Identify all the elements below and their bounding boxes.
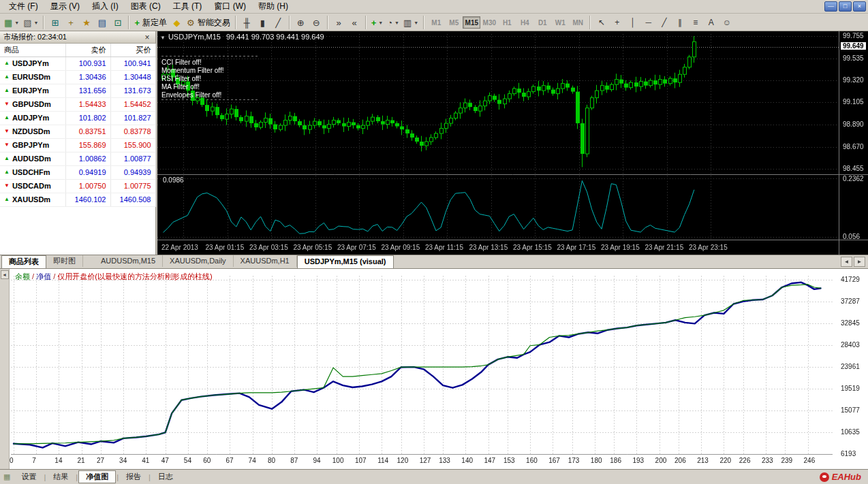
market-watch-row[interactable]: ▲AUDJPYm101.802101.827 — [0, 111, 155, 125]
metaeditor-icon: ◆ — [174, 18, 181, 27]
vertical-line-icon: │ — [630, 18, 636, 27]
tester-tab-1[interactable]: 设置 — [14, 470, 43, 483]
market-watch-row[interactable]: ▼GBPJPYm155.869155.900 — [0, 138, 155, 152]
equidistant-channel-button[interactable]: ∥ — [672, 16, 687, 30]
market-watch-row[interactable]: ▲EURJPYm131.656131.673 — [0, 84, 155, 97]
profiles-button[interactable]: ▧▼ — [21, 16, 40, 30]
new-chart-button[interactable]: ▦▼ — [2, 16, 21, 30]
timeframe-m1-button[interactable]: M1 — [427, 16, 445, 29]
chart-tab[interactable]: XAUUSDm,H1 — [234, 255, 297, 267]
menu-item[interactable]: 显示 (V) — [44, 0, 86, 14]
equity-x-axis-label: 74 — [249, 457, 256, 464]
chart-shift-button[interactable]: « — [347, 16, 362, 30]
market-watch-row[interactable]: ▲EURUSDm1.304361.30448 — [0, 70, 155, 84]
data-window-button[interactable]: + — [63, 16, 78, 30]
timeframe-m5-button[interactable]: M5 — [445, 16, 463, 29]
cursor-button[interactable]: ↖ — [593, 16, 609, 30]
terminal-icon: ▤ — [98, 18, 106, 27]
timeframe-h1-button[interactable]: H1 — [498, 16, 516, 29]
close-icon[interactable]: × — [142, 33, 152, 42]
timeframe-mn-button[interactable]: MN — [569, 16, 587, 29]
candle-chart-button[interactable]: ▮ — [255, 16, 270, 30]
market-watch-row[interactable]: ▼USDCADm1.007501.00775 — [0, 179, 155, 193]
bid-cell: 0.94919 — [65, 165, 110, 179]
symbol-cell: ▲AUDUSDm — [0, 152, 65, 165]
zoom-out-button[interactable]: ⊖ — [309, 16, 324, 30]
trendline-button[interactable]: ╱ — [656, 16, 672, 30]
bar-chart-button[interactable]: ╫ — [239, 16, 255, 30]
tester-tab-3[interactable]: 净值图 — [78, 470, 116, 483]
new-order-button[interactable]: +新定单 — [132, 16, 169, 30]
chart-tab[interactable]: XAUUSDm,Daily — [163, 255, 234, 267]
market-watch-row[interactable]: ▲XAUUSDm1460.1021460.508 — [0, 193, 155, 206]
menu-item[interactable]: 帮助 (H) — [252, 0, 294, 14]
auto-scroll-button[interactable]: » — [331, 16, 347, 30]
zoom-in-icon: ⊕ — [297, 18, 305, 27]
price-axis-label: 99.755 — [843, 32, 864, 39]
timeframe-d1-button[interactable]: D1 — [533, 16, 551, 29]
time-axis-label: 23 Apr 07:15 — [337, 244, 376, 251]
window-control-button[interactable]: × — [853, 1, 866, 12]
market-watch-row[interactable]: ▲USDCHFm0.949190.94939 — [0, 165, 155, 179]
navigator-button[interactable]: ★ — [78, 16, 94, 30]
market-watch-row[interactable]: ▲AUDUSDm1.008621.00877 — [0, 152, 155, 165]
trend-up-icon: ▲ — [4, 170, 10, 175]
market-watch-row[interactable]: ▼NZDUSDm0.837510.83778 — [0, 125, 155, 138]
price-chart-canvas[interactable] — [157, 31, 868, 255]
market-watch-button[interactable]: ⊞ — [47, 16, 63, 30]
indicators-button[interactable]: +▼ — [369, 16, 386, 30]
zoom-in-button[interactable]: ⊕ — [293, 16, 309, 30]
timeframe-m30-button[interactable]: M30 — [480, 16, 498, 29]
crosshair-button[interactable]: + — [609, 16, 625, 30]
chart-tab[interactable]: AUDUSDm,M15 — [94, 255, 163, 267]
symbol-cell: ▼GBPJPYm — [0, 138, 65, 152]
metaeditor-button[interactable]: ◆ — [169, 16, 185, 30]
scroll-right-icon[interactable]: ► — [854, 257, 865, 267]
window-control-button[interactable]: — — [824, 1, 837, 12]
horizontal-line-button[interactable]: ─ — [640, 16, 656, 30]
market-watch-row[interactable]: ▲USDJPYm100.931100.941 — [0, 57, 155, 70]
window-control-button[interactable]: □ — [839, 1, 852, 12]
price-axis-label: 99.105 — [843, 98, 864, 106]
terminal-button[interactable]: ▤ — [94, 16, 110, 30]
equity-x-axis-label: 173 — [568, 457, 580, 464]
menu-item[interactable]: 文件 (F) — [3, 0, 44, 14]
equity-chart-canvas[interactable] — [10, 269, 868, 470]
timeframe-w1-button[interactable]: W1 — [551, 16, 569, 29]
expert-advisors-button[interactable]: ⚙智能交易 — [185, 16, 232, 30]
market-watch-row[interactable]: ▼GBPUSDm1.544331.54452 — [0, 97, 155, 111]
collapse-left-icon[interactable]: ◄ — [1, 270, 9, 279]
chart-tab[interactable]: USDJPYm,M15 (visual) — [297, 255, 394, 268]
trend-up-icon: ▲ — [4, 61, 10, 66]
market-watch-tab[interactable]: 即时图 — [46, 255, 83, 267]
arrows-button[interactable]: ☺ — [719, 16, 734, 30]
periods-button[interactable]: ◔▼ — [385, 16, 401, 30]
legend-item: / — [51, 272, 57, 280]
symbol-cell: ▲XAUUSDm — [0, 193, 65, 206]
menu-item[interactable]: 插入 (I) — [86, 0, 125, 14]
collapse-icon[interactable]: ▼ — [160, 35, 166, 41]
fibonacci-button[interactable]: ≡ — [687, 16, 703, 30]
menu-items: 文件 (F)显示 (V)插入 (I)图表 (C)工具 (T)窗口 (W)帮助 (… — [3, 0, 294, 13]
equity-chart-legend: 余额 / 净值 / 仅用开盘价(以最快速的方法分析刚形成的柱线) — [15, 272, 213, 282]
timeframe-h4-button[interactable]: H4 — [516, 16, 533, 29]
line-chart-button[interactable]: ╱ — [270, 16, 286, 30]
equity-y-axis-label: 28403 — [841, 341, 860, 349]
timeframe-m15-button[interactable]: M15 — [463, 16, 480, 29]
tester-tab-2[interactable]: 结果 — [46, 470, 75, 483]
vertical-line-button[interactable]: │ — [625, 16, 640, 30]
market-watch-tab[interactable]: 商品列表 — [1, 255, 46, 268]
eahub-logo[interactable]: EAHub — [820, 472, 861, 482]
scroll-left-icon[interactable]: ◄ — [841, 257, 852, 267]
tester-tab-4[interactable]: 报告 — [119, 470, 148, 483]
templates-button[interactable]: ▥▼ — [401, 16, 420, 30]
tester-tab-5[interactable]: 日志 — [151, 470, 180, 483]
strategy-tester-button[interactable]: ⊡ — [110, 16, 125, 30]
menu-item[interactable]: 工具 (T) — [167, 0, 208, 14]
menu-item[interactable]: 图表 (C) — [125, 0, 167, 14]
equity-x-axis-label: 140 — [461, 457, 473, 464]
strategy-tester-icon: ⊡ — [114, 18, 122, 27]
text-label-button[interactable]: A — [703, 16, 719, 30]
menu-item[interactable]: 窗口 (W) — [208, 0, 252, 14]
panel-icon: ▦ — [3, 472, 10, 481]
